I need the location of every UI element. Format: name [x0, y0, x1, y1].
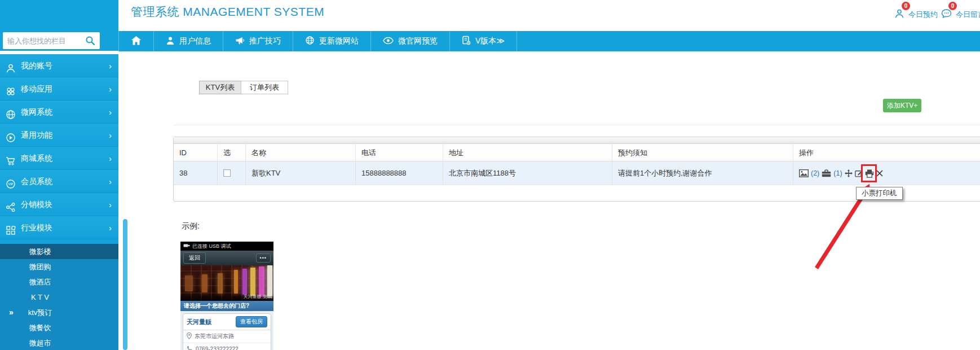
nav-label: V版本≫ — [475, 36, 505, 46]
sidebar-item-distribution-module[interactable]: 分销模块 › — [0, 193, 118, 216]
today-messages-badge[interactable]: 今日留言 0 — [941, 8, 980, 21]
edit-icon[interactable] — [855, 169, 863, 177]
usb-icon — [183, 242, 190, 251]
nav-label: 微官网预览 — [398, 36, 438, 46]
cell-select — [218, 161, 246, 185]
doc-gear-icon — [462, 36, 471, 47]
badge-label: 今日预约 — [908, 10, 938, 20]
sidebar-item-industry-module[interactable]: 行业模块 › — [0, 216, 118, 239]
printer-tooltip: 小票打印机 — [856, 187, 903, 200]
cell-actions: (2) (1) — [793, 161, 980, 185]
active-marker-icon: » — [9, 305, 14, 320]
submenu-item-catering[interactable]: 微餐饮 — [0, 320, 118, 335]
nav-home[interactable] — [118, 31, 154, 51]
nav-user-info[interactable]: 用户信息 — [154, 31, 223, 51]
sidebar-item-mobile-apps[interactable]: 移动应用 › — [0, 77, 118, 100]
table-header-strip — [174, 137, 980, 144]
sidebar-item-label: 分销模块 — [21, 193, 52, 216]
view-rooms-button[interactable]: 查看包房 — [236, 316, 267, 327]
submenu-item-ktv[interactable]: K T V — [0, 290, 118, 305]
picture-icon[interactable] — [799, 169, 809, 177]
sidebar-item-label: 会员系统 — [21, 170, 52, 193]
printer-action[interactable] — [865, 169, 874, 178]
add-ktv-button[interactable]: 添加KTV+ — [883, 99, 921, 112]
store-address-row: 东莞市运河东路 — [183, 330, 271, 343]
search-icon[interactable] — [85, 36, 95, 48]
store-card-header: 天河量贩 查看包房 — [183, 314, 271, 330]
submenu-label: 微团购 — [29, 262, 51, 271]
store-card: 天河量贩 查看包房 东莞市运河东路 0769-233222222 — [183, 313, 271, 350]
submenu-item-ktv-booking[interactable]: » ktv预订 — [0, 305, 118, 320]
sidebar-scrollbar[interactable] — [123, 219, 127, 350]
sidebar-item-label: 移动应用 — [21, 77, 52, 100]
submenu-item-group-buy[interactable]: 微团购 — [0, 259, 118, 274]
images-count-link[interactable]: (2) — [811, 161, 819, 185]
main-nav: 用户信息 推广技巧 更新微网站 微官网预览 V版本≫ — [118, 31, 980, 51]
row-actions: (2) (1) — [799, 161, 980, 185]
cell-phone: 15888888888 — [356, 161, 443, 185]
sidebar-menu: 我的账号 › 移动应用 › 微网系统 › 通用功能 › 商城系统 › — [0, 54, 118, 239]
badge-label: 今日留言 — [956, 10, 980, 20]
delete-icon[interactable] — [876, 170, 883, 177]
sidebar-item-member-system[interactable]: VIP 会员系统 › — [0, 170, 118, 193]
nav-site-preview[interactable]: 微官网预览 — [371, 31, 450, 51]
sidebar-item-mall-system[interactable]: 商城系统 › — [0, 147, 118, 170]
user-icon — [894, 8, 905, 21]
modules-icon — [5, 222, 16, 245]
store-phone-number: 0769-233222222 — [196, 346, 239, 350]
nav-update-micro-site[interactable]: 更新微网站 — [293, 31, 371, 51]
home-icon — [131, 36, 142, 47]
nav-label: 用户信息 — [179, 36, 211, 46]
megaphone-icon — [235, 36, 245, 47]
list-tabs: KTV列表 订单列表 — [199, 81, 288, 94]
photo-caption: 天河量贩 测试 — [244, 294, 272, 300]
sidebar-item-label: 微网系统 — [21, 100, 52, 124]
notification-count: 0 — [948, 2, 957, 10]
cell-address: 北京市南城区1188号 — [443, 161, 612, 185]
status-bar-text: 已连接 USB 调试 — [192, 242, 231, 251]
sidebar-item-my-account[interactable]: 我的账号 › — [0, 54, 118, 77]
row-checkbox[interactable] — [223, 169, 231, 177]
store-phone-row: 0769-233222222 — [183, 343, 271, 350]
notification-count: 0 — [902, 2, 910, 10]
sidebar: 我的账号 › 移动应用 › 微网系统 › 通用功能 › 商城系统 › — [0, 0, 118, 350]
sidebar-search — [3, 32, 100, 49]
app-window: 我的账号 › 移动应用 › 微网系统 › 通用功能 › 商城系统 › — [0, 0, 980, 350]
svg-text:VIP: VIP — [8, 182, 13, 186]
location-pin-icon — [187, 333, 192, 340]
phone-preview: 已连接 USB 调试 返回 ••• 天河量贩 测试 请选择一个您想去的门店? 天… — [180, 242, 273, 350]
back-button[interactable]: 返回 — [183, 252, 206, 264]
sidebar-item-micro-site[interactable]: 微网系统 › — [0, 100, 118, 124]
sidebar-item-label: 我的账号 — [21, 54, 52, 77]
today-appointments-badge[interactable]: 今日预约 0 — [894, 8, 938, 21]
example-label: 示例: — [182, 221, 200, 231]
submenu-item-hotel[interactable]: 微酒店 — [0, 274, 118, 290]
more-menu-button[interactable]: ••• — [256, 253, 271, 262]
rooms-count-link[interactable]: (1) — [833, 161, 842, 185]
search-input[interactable] — [7, 32, 81, 49]
printer-icon[interactable] — [865, 169, 874, 178]
col-header-address: 地址 — [443, 144, 612, 161]
chevron-right-icon: › — [109, 77, 112, 100]
move-icon[interactable] — [845, 169, 853, 177]
store-list: 天河量贩 查看包房 东莞市运河东路 0769-233222222 — [180, 311, 273, 350]
chat-icon — [941, 8, 952, 21]
nav-promotion-tips[interactable]: 推广技巧 — [223, 31, 293, 51]
sidebar-item-label: 行业模块 — [21, 216, 52, 239]
tab-order-list[interactable]: 订单列表 — [241, 81, 288, 94]
col-header-notice: 预约须知 — [612, 144, 793, 161]
ktv-interior-photo: 天河量贩 测试 — [180, 265, 273, 301]
nav-version[interactable]: V版本≫ — [450, 31, 517, 51]
col-header-name: 名称 — [246, 144, 356, 161]
submenu-item-supermarket[interactable]: 微超市 — [0, 335, 118, 350]
chevron-right-icon: › — [109, 216, 112, 239]
col-header-select: 选 — [218, 144, 246, 161]
submenu-item-photo-studio[interactable]: 微影楼 — [0, 244, 118, 259]
page-title: 管理系统 MANAGEMENT SYSTEM — [131, 4, 324, 20]
briefcase-icon[interactable] — [822, 169, 831, 177]
tab-ktv-list[interactable]: KTV列表 — [199, 81, 241, 94]
store-address: 东莞市运河东路 — [195, 333, 234, 340]
sidebar-item-label: 通用功能 — [21, 124, 52, 147]
col-header-phone: 电话 — [356, 144, 443, 161]
sidebar-item-common-functions[interactable]: 通用功能 › — [0, 124, 118, 147]
